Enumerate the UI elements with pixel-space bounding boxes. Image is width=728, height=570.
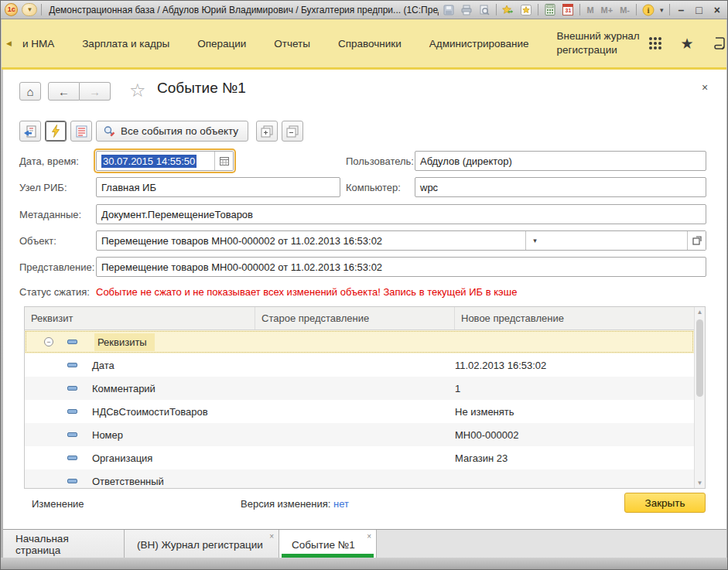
tab-close-icon[interactable]: × — [367, 532, 371, 541]
date-value: 30.07.2015 14:55:50 — [101, 155, 197, 168]
column-header-old[interactable]: Старое представление — [255, 307, 455, 329]
favorite-star-icon[interactable]: ☆ — [129, 80, 146, 101]
all-events-button[interactable]: Все события по объекту — [96, 121, 248, 142]
tab-event-1[interactable]: Событие №1 × — [279, 530, 377, 559]
add-favorite-icon[interactable] — [502, 4, 514, 16]
chevron-down-icon: ▼ — [26, 6, 32, 13]
divider — [636, 4, 637, 15]
memory-button[interactable]: M — [586, 5, 594, 15]
table-group-row[interactable]: − Реквизиты — [25, 330, 694, 353]
favorites-menu-icon[interactable]: ★ — [681, 36, 694, 51]
calendar-icon[interactable]: 31 — [562, 4, 574, 16]
table-row[interactable]: Номер МН00-000002 — [25, 423, 694, 446]
table-scrollbar[interactable]: ▲ ▼ — [694, 307, 705, 488]
home-button[interactable]: ⌂ — [19, 82, 41, 101]
attribute-icon — [67, 363, 77, 367]
compression-status-label: Статус сжатия: — [19, 286, 90, 298]
menu-item-external-journal[interactable]: Внешний журнал регистрации — [557, 29, 648, 57]
window-bottom-edge — [1, 558, 727, 569]
presentation-input[interactable]: Перемещение товаров МН00-000002 от 11.02… — [96, 257, 706, 277]
main-menu-button[interactable]: ▼ — [22, 3, 37, 16]
new-value: 1 — [455, 383, 694, 394]
expand-all-button[interactable] — [256, 121, 278, 142]
menu-item-reports[interactable]: Отчеты — [274, 38, 310, 49]
user-input[interactable]: Абдулов (директор) — [415, 151, 706, 171]
tab-close-icon[interactable]: × — [269, 532, 274, 541]
menu-item-nma[interactable]: и НМА — [22, 38, 54, 49]
minimize-button[interactable]: – — [675, 2, 688, 18]
object-dropdown-icon[interactable]: ▾ — [525, 231, 544, 250]
attribute-icon — [67, 432, 77, 437]
metadata-input[interactable]: Документ.ПеремещениеТоваров — [96, 204, 706, 224]
close-button[interactable]: Закрыть — [624, 493, 706, 513]
tab-home-page[interactable]: Начальная страница — [3, 530, 125, 559]
column-header-new[interactable]: Новое представление — [455, 307, 685, 329]
history-icon[interactable] — [713, 36, 726, 50]
info-icon[interactable]: i — [642, 4, 655, 16]
metadata-label: Метаданные: — [19, 209, 81, 220]
memory-minus-button[interactable]: M- — [619, 5, 631, 15]
menu-item-catalogs[interactable]: Справочники — [338, 38, 402, 49]
new-value: 11.02.2013 16:53:02 — [455, 360, 694, 371]
maximize-button[interactable]: □ — [692, 2, 705, 18]
menu-item-administration[interactable]: Администрирование — [429, 38, 529, 49]
table-row[interactable]: НДСвСтоимостиТоваров Не изменять — [25, 400, 694, 423]
new-value: Не изменять — [455, 406, 694, 418]
expand-icon — [261, 125, 273, 138]
back-button[interactable]: ← — [48, 82, 80, 101]
date-input[interactable]: 30.07.2015 14:55:50 — [96, 151, 234, 171]
metadata-value: Документ.ПеремещениеТоваров — [101, 209, 253, 220]
user-value: Абдулов (директор) — [420, 155, 512, 167]
functions-menu-icon[interactable] — [648, 36, 662, 50]
info-dropdown-icon[interactable]: ▾ — [660, 6, 664, 14]
object-label: Объект: — [19, 235, 56, 247]
attribute-name: НДСвСтоимостиТоваров — [92, 406, 208, 418]
collapse-group-icon[interactable]: − — [44, 337, 53, 346]
print-preview-icon[interactable] — [478, 4, 490, 16]
event-data-button[interactable] — [70, 121, 92, 142]
forward-button[interactable]: → — [80, 82, 111, 101]
document-back-icon — [23, 125, 37, 138]
object-open-icon[interactable] — [687, 231, 706, 250]
computer-label: Компьютер: — [346, 182, 401, 193]
version-link[interactable]: нет — [333, 498, 349, 510]
table-row[interactable]: Дата 11.02.2013 16:53:02 — [25, 353, 694, 377]
scroll-up-icon[interactable]: ▲ — [695, 309, 705, 316]
window-title: Демонстрационная база / Абдулов Юрий Вла… — [49, 5, 439, 15]
scrollbar-thumb[interactable] — [696, 319, 703, 397]
save-icon[interactable] — [443, 4, 455, 16]
object-value: Перемещение товаров МН00-000002 от 11.02… — [101, 235, 382, 247]
version-label: Версия изменения: нет — [241, 498, 349, 510]
collapse-all-button[interactable] — [282, 121, 303, 142]
print-icon[interactable] — [460, 4, 473, 16]
menu-item-salary[interactable]: Зарплата и кадры — [82, 38, 169, 49]
journal-button[interactable] — [19, 121, 41, 142]
computer-input[interactable]: wpc — [415, 177, 706, 197]
scroll-down-icon[interactable]: ▼ — [695, 480, 705, 486]
node-label: Узел РИБ: — [19, 182, 67, 193]
calculator-icon[interactable] — [544, 4, 556, 16]
calendar-picker-icon[interactable] — [214, 152, 233, 170]
change-label: Изменение — [32, 498, 84, 510]
column-header-attribute[interactable]: Реквизит — [25, 307, 255, 329]
menu-item-operations[interactable]: Операции — [197, 38, 246, 49]
table-row[interactable]: Комментарий 1 — [25, 377, 694, 400]
favorites-icon[interactable] — [520, 4, 532, 16]
tab-registration-journal[interactable]: (ВН) Журнал регистрации × — [125, 530, 279, 559]
attribute-icon — [67, 479, 77, 483]
close-form-icon[interactable]: × — [702, 81, 708, 94]
current-event-button[interactable] — [45, 121, 67, 142]
node-input[interactable]: Главная ИБ — [96, 177, 340, 197]
open-windows-tabbar: Начальная страница (ВН) Журнал регистрац… — [3, 529, 726, 559]
memory-plus-button[interactable]: M+ — [600, 5, 614, 15]
table-row[interactable]: Организация Магазин 23 — [25, 446, 694, 469]
menu-scroll-left-icon[interactable]: ◀ — [2, 39, 12, 47]
find-events-icon — [103, 125, 116, 138]
close-window-button[interactable]: × — [711, 2, 723, 18]
divider — [538, 4, 538, 15]
object-input[interactable]: Перемещение товаров МН00-000002 от 11.02… — [96, 230, 706, 251]
table-row[interactable]: Ответственный — [25, 469, 694, 488]
attribute-name: Организация — [92, 452, 152, 464]
all-events-label: Все события по объекту — [121, 125, 238, 137]
node-value: Главная ИБ — [101, 182, 156, 193]
